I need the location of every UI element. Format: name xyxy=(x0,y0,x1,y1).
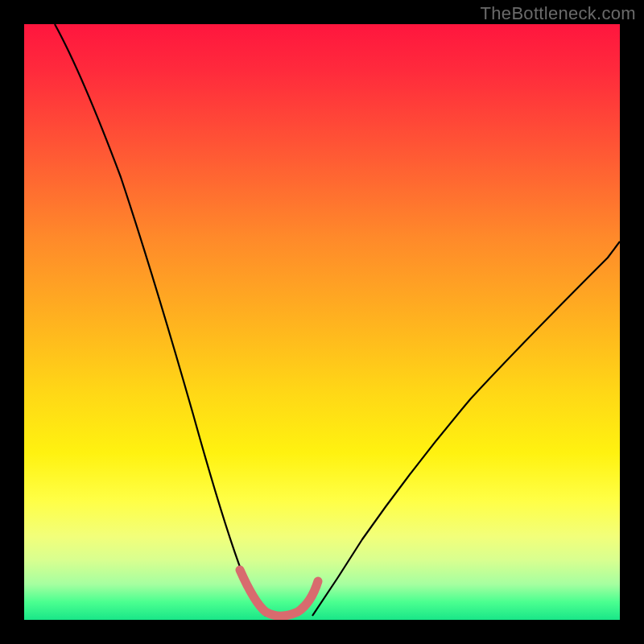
plot-area xyxy=(24,24,620,620)
left-curve xyxy=(55,24,266,616)
curves-svg xyxy=(24,24,620,620)
valley-highlight xyxy=(240,570,318,616)
watermark-text: TheBottleneck.com xyxy=(481,3,636,24)
right-curve xyxy=(312,242,620,616)
chart-frame: TheBottleneck.com xyxy=(0,0,644,644)
